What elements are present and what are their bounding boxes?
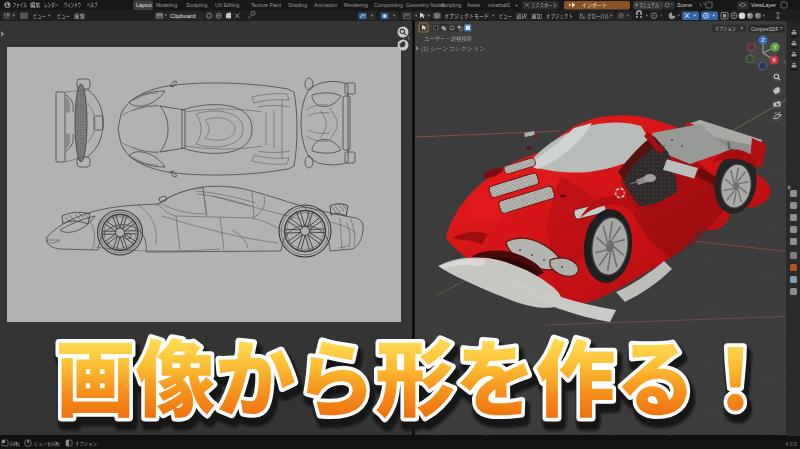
svg-text:Scripting: Scripting (441, 2, 461, 8)
svg-text:ViewLayer: ViewLayer (751, 2, 776, 8)
svg-text:Clipboard: Clipboard (170, 13, 196, 19)
svg-text:+: + (515, 2, 518, 8)
svg-text:Asset: Asset (467, 2, 481, 8)
svg-text:Layout: Layout (136, 2, 152, 8)
svg-text:Shading: Shading (288, 2, 307, 8)
svg-text:X: X (772, 57, 776, 63)
svg-text:4.0.5: 4.0.5 (785, 441, 797, 447)
svg-text:Rendering: Rendering (344, 2, 368, 8)
svg-text:UV Editing: UV Editing (215, 2, 240, 8)
svg-text:meatball1: meatball1 (488, 2, 511, 8)
svg-text:Compositing: Compositing (374, 2, 403, 8)
svg-text:Modeling: Modeling (156, 2, 177, 8)
svg-text:Texture Paint: Texture Paint (251, 2, 282, 8)
svg-text:ConjureSDF: ConjureSDF (751, 26, 779, 32)
svg-text:Geometry Nodes: Geometry Nodes (406, 2, 446, 8)
svg-text:Y: Y (773, 44, 777, 50)
svg-text:Scene: Scene (677, 2, 692, 8)
svg-text:Sculpting: Sculpting (186, 2, 207, 8)
svg-text:Animation: Animation (314, 2, 337, 8)
